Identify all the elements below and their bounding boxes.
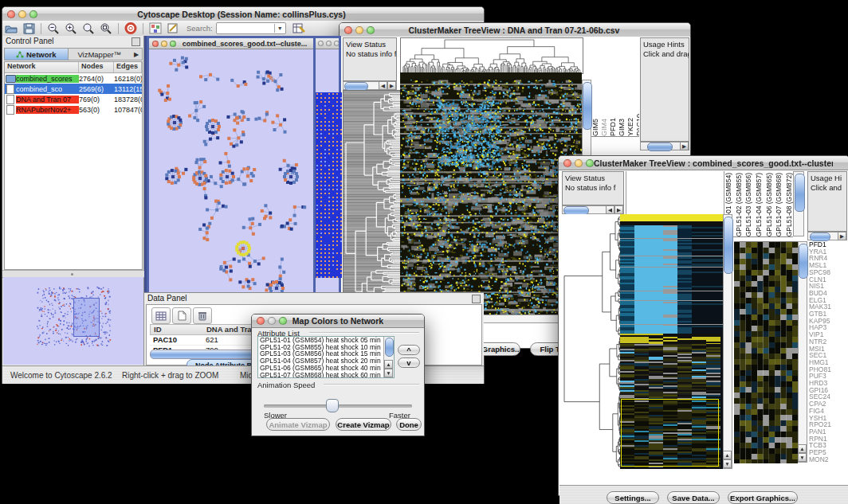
search-dropdown-arrow[interactable]: ▼ bbox=[274, 24, 285, 33]
gene-label[interactable]: MON2 bbox=[809, 456, 847, 463]
network-canvas[interactable] bbox=[149, 49, 313, 293]
network-view-window[interactable]: combined_scores_good.txt--cluste... bbox=[147, 36, 316, 295]
usage-hints-scrollbar[interactable]: ▶ bbox=[640, 142, 689, 150]
scroll-down-arrow[interactable]: ▼ bbox=[384, 369, 393, 377]
scroll-left-arrow[interactable]: ◀ bbox=[606, 205, 614, 214]
scroll-right-arrow[interactable]: ▶ bbox=[387, 81, 396, 90]
attribute-list[interactable]: GPL51-01 (GSM854) heat shock 05 minGPL51… bbox=[257, 336, 395, 378]
scroll-up-arrow[interactable]: ▲ bbox=[723, 451, 732, 459]
window-controls[interactable] bbox=[2, 10, 37, 18]
col-edges[interactable]: Edges bbox=[114, 62, 142, 72]
tab-network[interactable]: Network bbox=[5, 49, 69, 60]
heatmap-canvas[interactable] bbox=[400, 80, 582, 315]
col-id[interactable]: ID bbox=[151, 325, 203, 334]
scroll-up-arrow[interactable]: ▲ bbox=[384, 360, 393, 369]
new-attribute-button[interactable] bbox=[172, 307, 191, 324]
row-dendrogram[interactable] bbox=[343, 90, 401, 316]
save-data-button[interactable]: Save Data... bbox=[667, 491, 720, 504]
export-graphics-button[interactable]: Export Graphics... bbox=[728, 491, 798, 504]
close-button[interactable] bbox=[7, 10, 15, 18]
column-labels-scrollbar[interactable] bbox=[793, 171, 804, 236]
tab-vizmapper[interactable]: VizMapper™ bbox=[69, 49, 132, 60]
dense-network-canvas[interactable] bbox=[316, 92, 342, 278]
network-row[interactable]: combined_scores 2764(0) 16218(0) bbox=[5, 73, 142, 84]
column-label[interactable]: YKE2 bbox=[626, 118, 634, 136]
minimize-button[interactable] bbox=[161, 41, 167, 47]
column-label[interactable]: GPL51-07 (GSM868) bbox=[775, 173, 783, 236]
settings-button[interactable]: Settings... bbox=[607, 491, 659, 504]
column-label[interactable]: GIM5 bbox=[591, 119, 599, 136]
heatmap-vscroll[interactable]: ▲ ▼ bbox=[723, 214, 732, 469]
zoom-button[interactable] bbox=[29, 10, 37, 18]
treeview2-titlebar[interactable]: ClusterMaker TreeView : combined_scores_… bbox=[559, 156, 848, 170]
background-network-titlebar[interactable] bbox=[316, 38, 339, 49]
move-up-button[interactable]: ^ bbox=[398, 345, 420, 355]
main-titlebar[interactable]: Cytoscape Desktop (Session Name: collins… bbox=[2, 7, 484, 21]
attribute-browser-button[interactable] bbox=[291, 21, 307, 35]
network-row[interactable]: DNA and Tran 07 769(0) 183728(0) bbox=[5, 94, 142, 104]
slider-thumb[interactable] bbox=[326, 399, 339, 412]
treeview1-titlebar[interactable]: ClusterMaker TreeView : DNA and Tran 07-… bbox=[340, 23, 690, 37]
scroll-left-arrow[interactable]: ◀ bbox=[379, 81, 387, 90]
column-label[interactable]: GPL51-04 (GSM857) bbox=[755, 173, 763, 236]
column-label[interactable]: PAC10 bbox=[635, 114, 639, 136]
view-status-scrollbar[interactable]: ◀ ▶ bbox=[343, 81, 397, 90]
move-down-button[interactable]: v bbox=[398, 357, 420, 368]
zoom-button[interactable] bbox=[334, 41, 339, 46]
minimize-button[interactable] bbox=[18, 10, 26, 18]
delete-attribute-button[interactable] bbox=[193, 307, 212, 324]
zoom-out-button[interactable] bbox=[45, 21, 61, 35]
attribute-item[interactable]: GPL51-07 (GSM868) heat shock 60 min bbox=[258, 372, 394, 378]
select-attributes-button[interactable] bbox=[151, 307, 171, 324]
column-dendrogram[interactable] bbox=[400, 37, 583, 74]
heatmap-canvas[interactable] bbox=[620, 214, 723, 469]
network-row[interactable]: RNAPuberNov2+ 563(0) 107847(0) bbox=[5, 104, 142, 115]
col-nodes[interactable]: Nodes bbox=[79, 62, 114, 72]
close-button[interactable] bbox=[563, 159, 571, 167]
view-status-scrollbar[interactable]: ◀ ▶ bbox=[562, 205, 624, 214]
done-button[interactable]: Done bbox=[396, 418, 422, 431]
attribute-list-scrollbar[interactable]: ▲ ▼ bbox=[383, 337, 394, 377]
open-session-button[interactable] bbox=[3, 21, 19, 35]
birdseye-view[interactable] bbox=[3, 277, 143, 365]
close-button[interactable] bbox=[257, 317, 265, 325]
zoom-selected-button[interactable] bbox=[80, 21, 96, 35]
detail-heatmap[interactable] bbox=[734, 241, 798, 463]
dialog-titlebar[interactable]: Map Colors to Network bbox=[252, 315, 424, 328]
save-session-button[interactable] bbox=[21, 21, 37, 35]
minimize-button[interactable] bbox=[326, 41, 332, 46]
column-label[interactable]: GIM3 bbox=[618, 119, 626, 136]
scroll-right-arrow[interactable]: ▶ bbox=[614, 205, 623, 214]
usage-hints-scrollbar[interactable]: ▶ bbox=[807, 232, 847, 240]
animate-vizmap-button[interactable]: Animate Vizmap bbox=[266, 418, 330, 431]
tab-overflow-arrow[interactable]: ▶ bbox=[131, 49, 142, 60]
column-label[interactable]: GIM4 bbox=[600, 119, 608, 136]
column-label[interactable]: PFD1 bbox=[609, 118, 617, 136]
minimize-button[interactable] bbox=[268, 317, 276, 325]
scroll-down-arrow[interactable]: ▼ bbox=[723, 459, 732, 468]
float-panel-icon[interactable] bbox=[472, 295, 481, 303]
zoom-fit-button[interactable] bbox=[98, 21, 114, 35]
scroll-right-arrow[interactable]: ▶ bbox=[838, 232, 846, 240]
zoom-button[interactable] bbox=[170, 41, 176, 47]
network-view-titlebar[interactable]: combined_scores_good.txt--cluste... bbox=[149, 38, 313, 49]
minimize-button[interactable] bbox=[355, 26, 363, 34]
network-row[interactable]: combined_sco 2569(6) 13112(15) bbox=[5, 84, 142, 94]
close-button[interactable] bbox=[344, 26, 352, 34]
float-panel-icon[interactable] bbox=[132, 37, 140, 46]
column-label[interactable]: GPL51-02 (GSM855) bbox=[735, 173, 743, 236]
column-label[interactable]: GPL51-08 (GSM872) bbox=[785, 173, 793, 236]
create-vizmap-button[interactable]: Create Vizmap bbox=[336, 418, 391, 431]
detail-vscroll[interactable]: ▲ ▼ bbox=[798, 241, 807, 463]
search-input[interactable]: ▼ bbox=[216, 22, 286, 34]
column-label[interactable]: GPL51-03 (GSM856) bbox=[744, 173, 752, 236]
zoom-button[interactable] bbox=[279, 317, 287, 325]
col-network[interactable]: Network bbox=[5, 62, 79, 72]
close-button[interactable] bbox=[152, 41, 159, 47]
background-network-window[interactable] bbox=[313, 36, 341, 295]
column-label[interactable]: GPL51-06 (GSM865) bbox=[765, 173, 773, 236]
row-dendrogram[interactable] bbox=[562, 214, 620, 469]
zoom-button[interactable] bbox=[367, 26, 375, 34]
annotation-button[interactable] bbox=[165, 21, 181, 35]
zoom-in-button[interactable] bbox=[63, 21, 79, 35]
